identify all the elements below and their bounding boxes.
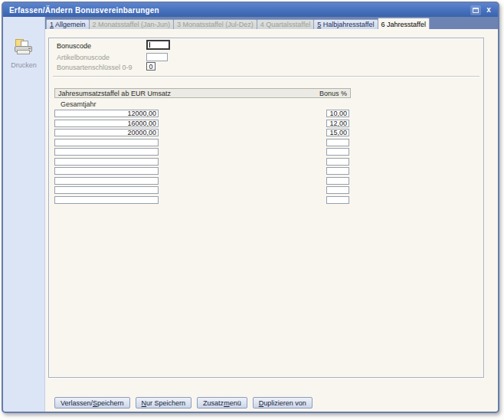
artikelbonuscode-label: Artikelbonuscode (57, 54, 110, 61)
bonusartenschluessel-label: Bonusartenschlüssel 0-9 (57, 64, 133, 71)
staffel-rows (49, 110, 483, 205)
bonus-input[interactable] (326, 110, 349, 117)
staffel-row (49, 148, 483, 156)
bonus-input[interactable] (326, 196, 349, 204)
bonus-input[interactable] (326, 139, 349, 146)
printer-icon (13, 38, 34, 57)
bonus-input[interactable] (326, 158, 349, 166)
tab-allgemein[interactable]: 1 Allgemein (46, 19, 90, 29)
amount-input[interactable] (54, 186, 159, 194)
bonus-input[interactable] (326, 129, 349, 136)
tab-jahresstaffel[interactable]: 6 Jahresstaffel (378, 18, 430, 29)
title-bar: Erfassen/Ändern Bonusvereinbarungen x (3, 3, 498, 17)
staffel-row (49, 177, 483, 185)
tab-halbjahresstaffel[interactable]: 5 Halbjahresstaffel (313, 19, 378, 29)
tab-strip: 1 Allgemein 2 Monatsstaffel (Jan-Jun) 3 … (45, 17, 498, 29)
bonuscode-label: Bonuscode (57, 42, 91, 50)
text-caret (149, 42, 150, 48)
window-title: Erfassen/Ändern Bonusvereinbarungen (9, 6, 468, 15)
amount-input[interactable] (54, 120, 159, 127)
section-separator (53, 76, 479, 77)
duplizieren-von-button[interactable]: Duplizieren von (253, 397, 313, 409)
artikelbonuscode-input[interactable] (146, 53, 168, 61)
staffel-row (49, 167, 483, 175)
staffel-header-left-label: Jahresumsatzstaffel ab EUR Umsatz (58, 90, 171, 97)
gesamtjahr-label: Gesamtjahr (61, 100, 97, 108)
staffel-header-bar: Jahresumsatzstaffel ab EUR Umsatz Bonus … (54, 88, 351, 98)
staffel-row (49, 129, 483, 136)
staffel-row (49, 139, 483, 146)
print-label: Drucken (11, 61, 37, 69)
bottom-button-row: Verlassen/Speichern Nur Speichern Zusatz… (54, 397, 313, 409)
amount-input[interactable] (54, 158, 159, 166)
main-area: 1 Allgemein 2 Monatsstaffel (Jan-Jun) 3 … (45, 17, 498, 412)
tab-page-jahresstaffel: Bonuscode Artikelbonuscode Bonusartensch… (45, 29, 498, 412)
amount-input[interactable] (54, 177, 159, 185)
amount-input[interactable] (54, 110, 159, 117)
close-button[interactable]: x (483, 5, 494, 15)
sidebar: Drucken (3, 17, 45, 412)
bonus-input[interactable] (326, 148, 349, 156)
amount-input[interactable] (54, 139, 159, 146)
verlassen-speichern-button[interactable]: Verlassen/Speichern (54, 397, 130, 409)
amount-input[interactable] (54, 148, 159, 156)
staffel-row (49, 120, 483, 127)
staffel-row (49, 158, 483, 166)
staffel-header-right-label: Bonus % (319, 90, 347, 97)
zusatzmenu-button[interactable]: Zusatzmenü (197, 397, 247, 409)
amount-input[interactable] (54, 167, 159, 175)
amount-input[interactable] (54, 196, 159, 204)
form-panel: Bonuscode Artikelbonuscode Bonusartensch… (48, 38, 484, 378)
bonus-input[interactable] (326, 177, 349, 185)
amount-input[interactable] (54, 129, 159, 136)
staffel-row (49, 110, 483, 117)
tab-monatsstaffel-jan-jun: 2 Monatsstaffel (Jan-Jun) (89, 19, 174, 29)
tab-monatsstaffel-jul-dez: 3 Monatsstaffel (Jul-Dez) (173, 19, 257, 29)
restore-button[interactable] (470, 5, 481, 15)
restore-icon (473, 8, 479, 13)
close-icon: x (486, 6, 491, 14)
bonusartenschluessel-input[interactable] (146, 62, 155, 71)
nur-speichern-button[interactable]: Nur Speichern (136, 397, 192, 409)
dialog-window: Erfassen/Ändern Bonusvereinbarungen x Dr… (2, 2, 499, 413)
tab-quartalsstaffel: 4 Quartalsstaffel (257, 19, 314, 29)
bonus-input[interactable] (326, 186, 349, 194)
print-button[interactable]: Drucken (11, 38, 37, 69)
bonus-input[interactable] (326, 167, 349, 175)
bonus-input[interactable] (326, 120, 349, 127)
staffel-row (49, 196, 483, 204)
staffel-row (49, 186, 483, 194)
